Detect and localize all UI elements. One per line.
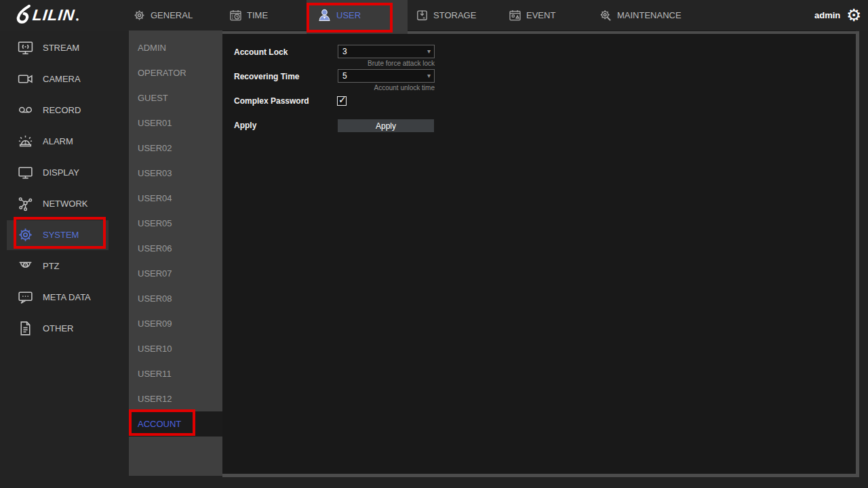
stream-icon <box>16 39 34 56</box>
sidebar-item-label: DISPLAY <box>43 167 79 178</box>
tab-maintenance[interactable]: MAINTENANCE <box>599 0 682 30</box>
sidebar-item-alarm[interactable]: ALARM <box>0 125 129 157</box>
camera-icon <box>16 70 34 87</box>
tab-label: USER <box>336 10 361 20</box>
sidebar-item-label: ALARM <box>43 136 73 146</box>
record-icon <box>16 102 34 119</box>
metadata-chat-icon <box>16 289 34 306</box>
calendar-event-icon <box>509 9 521 22</box>
account-lock-hint: Brute force attack lock <box>338 60 435 67</box>
panel-border-right <box>856 31 859 477</box>
submenu-item-account[interactable]: ACCOUNT <box>129 411 222 436</box>
submenu-item-guest[interactable]: GUEST <box>129 85 222 110</box>
display-icon <box>16 164 34 181</box>
tab-event[interactable]: EVENT <box>509 0 555 30</box>
apply-row-label: Apply <box>234 121 256 130</box>
sidebar-item-system[interactable]: SYSTEM <box>0 219 129 250</box>
user-icon <box>317 8 332 22</box>
submenu-item-user08[interactable]: USER08 <box>129 286 222 311</box>
submenu-item-user02[interactable]: USER02 <box>129 136 222 161</box>
submenu-item-user09[interactable]: USER09 <box>129 311 222 336</box>
sidebar-item-label: STREAM <box>43 43 79 53</box>
network-icon <box>16 195 34 212</box>
account-lock-label: Account Lock <box>234 47 288 57</box>
sidebar-item-label: SYSTEM <box>43 230 79 240</box>
top-navigation-bar: LILIN ● GENERAL TIME <box>0 0 868 30</box>
tab-label: TIME <box>247 10 268 20</box>
sidebar-item-stream[interactable]: STREAM <box>0 32 129 63</box>
calendar-clock-icon <box>229 9 242 22</box>
sidebar-item-camera[interactable]: CAMERA <box>0 63 129 94</box>
sidebar-item-label: META DATA <box>43 292 91 302</box>
submenu-item-user06[interactable]: USER06 <box>129 236 222 261</box>
recovering-time-value: 5 <box>342 71 347 81</box>
alarm-siren-icon <box>16 133 34 150</box>
sidebar-item-record[interactable]: RECORD <box>0 94 129 125</box>
checkmark-icon: ✓ <box>338 94 347 105</box>
recovering-time-label: Recovering Time <box>234 72 299 81</box>
sidebar-navigation: STREAM CAMERA RECORD <box>0 30 129 488</box>
complex-password-checkbox[interactable]: ✓ <box>337 96 347 106</box>
sidebar-item-network[interactable]: NETWORK <box>0 188 129 219</box>
tab-label: GENERAL <box>151 10 193 20</box>
recovering-time-dropdown[interactable]: 5 ▾ <box>338 69 435 83</box>
account-lock-value: 3 <box>342 47 347 56</box>
tab-label: MAINTENANCE <box>617 10 682 20</box>
submenu-item-user07[interactable]: USER07 <box>129 261 222 286</box>
content-panel <box>222 30 856 474</box>
user-submenu: ADMIN OPERATOR GUEST USER01 USER02 USER0… <box>129 30 222 476</box>
gear-search-icon <box>599 9 612 22</box>
lilin-logo: LILIN ● <box>16 5 79 25</box>
sidebar-item-label: CAMERA <box>43 74 81 84</box>
submenu-item-user01[interactable]: USER01 <box>129 110 222 136</box>
account-lock-dropdown[interactable]: 3 ▾ <box>338 45 435 58</box>
submenu-item-admin[interactable]: ADMIN <box>129 35 222 60</box>
chevron-down-icon: ▾ <box>427 72 431 79</box>
recovering-time-hint: Account unlock time <box>338 84 435 92</box>
submenu-item-user12[interactable]: USER12 <box>129 386 222 411</box>
submenu-item-user03[interactable]: USER03 <box>129 161 222 186</box>
storage-icon <box>416 9 429 22</box>
submenu-item-operator[interactable]: OPERATOR <box>129 60 222 85</box>
submenu-item-user05[interactable]: USER05 <box>129 211 222 236</box>
gear-icon <box>133 9 146 22</box>
sidebar-item-other[interactable]: OTHER <box>0 312 129 344</box>
sidebar-item-meta-data[interactable]: META DATA <box>0 281 129 312</box>
logo-trademark-dot: ● <box>76 16 79 22</box>
sidebar-item-display[interactable]: DISPLAY <box>0 157 129 188</box>
sidebar-item-label: OTHER <box>43 323 74 333</box>
tab-time[interactable]: TIME <box>229 0 268 30</box>
tab-user[interactable]: USER <box>317 0 361 30</box>
lilin-logo-text: LILIN <box>32 6 76 24</box>
submenu-item-user04[interactable]: USER04 <box>129 186 222 211</box>
chevron-down-icon: ▾ <box>427 47 431 55</box>
sidebar-item-label: NETWORK <box>43 199 87 209</box>
ptz-dome-camera-icon <box>16 258 34 274</box>
tab-storage[interactable]: STORAGE <box>416 0 476 30</box>
system-gear-icon <box>16 226 34 243</box>
sidebar-item-ptz[interactable]: PTZ <box>0 250 129 281</box>
panel-border-bottom <box>222 474 859 477</box>
submenu-item-user10[interactable]: USER10 <box>129 336 222 361</box>
lilin-logo-mark-icon <box>16 5 33 25</box>
tab-label: EVENT <box>526 10 555 20</box>
document-icon <box>16 320 34 337</box>
tab-label: STORAGE <box>433 10 476 20</box>
submenu-item-user11[interactable]: USER11 <box>129 361 222 386</box>
settings-gear-icon[interactable]: ⚙ <box>846 0 861 30</box>
tab-general[interactable]: GENERAL <box>133 0 193 30</box>
sidebar-item-label: PTZ <box>43 261 60 271</box>
apply-button[interactable]: Apply <box>338 119 434 132</box>
complex-password-label: Complex Password <box>234 96 309 106</box>
sidebar-item-label: RECORD <box>43 105 81 115</box>
logged-in-user-label: admin <box>814 0 840 30</box>
